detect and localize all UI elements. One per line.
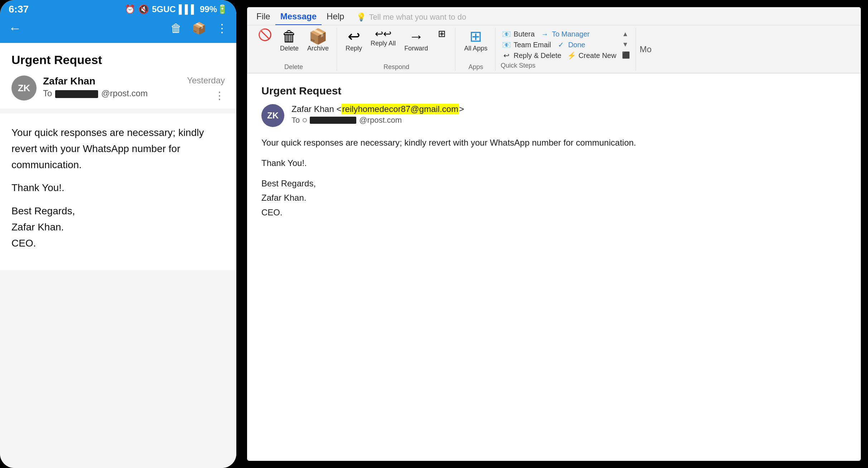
reply-icon: ↩ xyxy=(348,29,360,44)
scroll-down-button[interactable]: ▼ xyxy=(621,40,631,49)
mobile-date: Yesterday xyxy=(187,75,225,86)
forward-icon: → xyxy=(409,29,424,44)
mobile-sender-to: To @rpost.com xyxy=(43,88,148,98)
body-line3: Best Regards, Zafar Khan. CEO. xyxy=(11,203,225,251)
mobile-sender-name: Zafar Khan xyxy=(43,75,148,87)
more-icon: Mo xyxy=(640,44,651,54)
mobile-status-icons: ⏰ 🔇 5GUC ▌▌▌ 99%🔋 xyxy=(125,4,228,14)
mobile-toolbar-right: 🗑 📦 ⋮ xyxy=(170,21,228,35)
ribbon-menubar: File Message Help 💡 Tell me what you wan… xyxy=(247,7,861,25)
ribbon-more-button[interactable]: Mo xyxy=(637,28,654,71)
quick-step-done[interactable]: ✓ Done xyxy=(555,40,587,50)
back-icon: ← xyxy=(9,21,21,35)
ribbon-group-quick-steps: 📧 Butera → To Manager xyxy=(496,28,636,71)
all-apps-label: All Apps xyxy=(464,45,487,52)
status-dot xyxy=(303,118,307,122)
quick-step-team-email[interactable]: 📧 Team Email xyxy=(501,40,552,50)
redacted-recipient xyxy=(55,90,98,98)
respond-group-label: Respond xyxy=(384,63,409,71)
reply-all-button[interactable]: ↩↩ Reply All xyxy=(367,28,399,49)
menu-item-help[interactable]: Help xyxy=(322,9,349,25)
apps-group-buttons: ⊞ All Apps xyxy=(460,28,491,62)
email-body-line1: Your quick responses are necessary; kind… xyxy=(261,136,847,150)
back-button[interactable]: ← xyxy=(9,21,21,36)
outlook-window: File Message Help 💡 Tell me what you wan… xyxy=(247,7,861,461)
email-to-row: To @rpost.com xyxy=(291,116,847,125)
scroll-up-button[interactable]: ▲ xyxy=(621,30,631,39)
ribbon-search: 💡 Tell me what you want to do xyxy=(356,13,466,22)
body-line2: Thank You!. xyxy=(11,180,225,196)
mobile-date-col: Yesterday ⋮ xyxy=(187,75,225,102)
email-content: Urgent Request ZK Zafar Khan <reilyhomed… xyxy=(247,73,861,461)
more-options-button[interactable]: ⋮ xyxy=(216,21,228,35)
mobile-sender-row: ZK Zafar Khan To @rpost.com Yesterday ⋮ xyxy=(11,75,225,102)
email-body-line4: Zafar Khan. xyxy=(261,193,306,203)
forward-label: Forward xyxy=(404,45,428,52)
reply-label: Reply xyxy=(346,45,362,52)
menu-item-message[interactable]: Message xyxy=(275,9,322,25)
ribbon-toolbar: 🚫 🗑 Delete 📦 Archive Delete xyxy=(247,25,861,73)
mobile-time: 6:37 xyxy=(9,4,29,15)
delete-button[interactable]: 🗑 xyxy=(170,22,182,35)
quick-step-butera[interactable]: 📧 Butera xyxy=(501,29,536,39)
to-manager-icon: → xyxy=(540,30,549,38)
delete-button[interactable]: 🗑 Delete xyxy=(276,28,302,54)
team-email-icon: 📧 xyxy=(502,40,511,49)
avatar: ZK xyxy=(11,75,37,101)
to-domain: @rpost.com xyxy=(359,116,402,125)
forward-button[interactable]: → Forward xyxy=(401,28,431,54)
email-sender-name: Zafar Khan <reilyhomedecor87@gmail.com> xyxy=(291,104,847,114)
reply-all-label: Reply All xyxy=(371,40,396,47)
redacted-recipient xyxy=(310,117,356,124)
respond-more-button[interactable]: ⊞ xyxy=(433,28,451,40)
network-label: 5GUC xyxy=(152,4,176,14)
quick-steps-group-label: Quick Steps xyxy=(501,62,631,69)
menu-item-file[interactable]: File xyxy=(251,9,275,25)
all-apps-icon: ⊞ xyxy=(469,29,482,44)
ribbon-group-respond: ↩ Reply ↩↩ Reply All → Forward ⊞ xyxy=(338,28,455,71)
mobile-content: Urgent Request ZK Zafar Khan To @rpost.c… xyxy=(0,43,236,468)
delete-label: Delete xyxy=(280,45,299,52)
all-apps-button[interactable]: ⊞ All Apps xyxy=(460,28,491,54)
ribbon-group-delete: 🚫 🗑 Delete 📦 Archive Delete xyxy=(251,28,337,71)
sender-email: reilyhomedecor87@gmail.com xyxy=(341,104,459,114)
ribbon: File Message Help 💡 Tell me what you wan… xyxy=(247,7,861,73)
quick-steps-scroll: ▲ ▼ ⬛ xyxy=(621,29,631,60)
mobile-email-title: Urgent Request xyxy=(11,53,225,67)
email-options-button[interactable]: ⋮ xyxy=(214,89,225,102)
email-body-line3: Best Regards, xyxy=(261,179,316,188)
email-body: Your quick responses are necessary; kind… xyxy=(261,136,847,220)
quick-step-to-manager[interactable]: → To Manager xyxy=(539,29,591,39)
alarm-icon: ⏰ xyxy=(125,4,135,14)
mobile-panel: 6:37 ⏰ 🔇 5GUC ▌▌▌ 99%🔋 ← 🗑 📦 ⋮ Urgent Re… xyxy=(0,0,236,468)
mobile-sender-info: ZK Zafar Khan To @rpost.com xyxy=(11,75,148,101)
to-domain: @rpost.com xyxy=(101,88,148,98)
delete-icon: 🗑 xyxy=(282,29,297,44)
signal-icon: ▌▌▌ xyxy=(179,4,197,14)
email-sender-details: Zafar Khan <reilyhomedecor87@gmail.com> … xyxy=(291,104,847,125)
respond-group-buttons: ↩ Reply ↩↩ Reply All → Forward ⊞ xyxy=(342,28,451,62)
mobile-toolbar: ← 🗑 📦 ⋮ xyxy=(0,17,236,43)
archive-icon: 📦 xyxy=(309,29,327,44)
desktop-panel: File Message Help 💡 Tell me what you wan… xyxy=(236,0,868,468)
mute-icon: 🔇 xyxy=(138,4,149,14)
ignore-button[interactable]: 🚫 xyxy=(255,28,275,43)
apps-group-label: Apps xyxy=(468,63,483,71)
respond-more-icon: ⊞ xyxy=(438,29,446,38)
mobile-sender-details: Zafar Khan To @rpost.com xyxy=(43,75,148,98)
reply-button[interactable]: ↩ Reply xyxy=(342,28,366,54)
archive-button[interactable]: 📦 Archive xyxy=(304,28,332,54)
expand-quick-steps-button[interactable]: ⬛ xyxy=(621,50,631,60)
quick-step-create-new[interactable]: ⚡ Create New xyxy=(566,50,618,60)
body-line1: Your quick responses are necessary; kind… xyxy=(11,125,225,173)
delete-group-buttons: 🚫 🗑 Delete 📦 Archive xyxy=(255,28,332,62)
ribbon-group-apps: ⊞ All Apps Apps xyxy=(456,28,496,71)
quick-step-reply-delete[interactable]: ↩ Reply & Delete xyxy=(501,50,563,60)
archive-button[interactable]: 📦 xyxy=(192,21,206,35)
to-label: To xyxy=(291,116,300,125)
ignore-icon: 🚫 xyxy=(258,29,272,40)
battery-label: 99%🔋 xyxy=(200,4,228,14)
email-body-line2: Thank You!. xyxy=(261,156,847,171)
to-label: To xyxy=(43,88,52,98)
mobile-email-header: Urgent Request ZK Zafar Khan To @rpost.c… xyxy=(0,43,236,109)
